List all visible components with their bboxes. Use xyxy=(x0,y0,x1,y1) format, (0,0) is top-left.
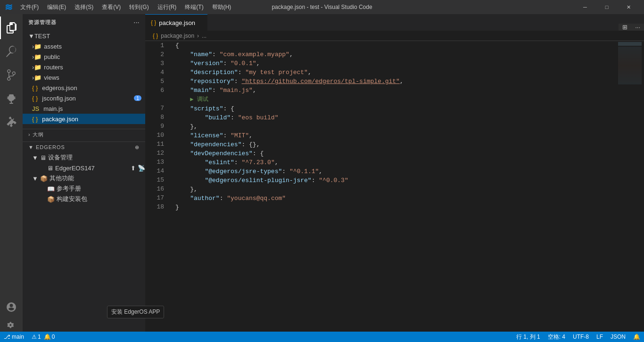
other-features-icon: 📦 xyxy=(40,175,48,182)
tree-item-edgeros-json[interactable]: { } edgeros.json xyxy=(23,83,145,93)
minimize-button[interactable]: ─ xyxy=(574,0,596,14)
code-editor[interactable]: { "name": "com.example.myapp", "version"… xyxy=(168,41,616,342)
tree-item-public[interactable]: › 📁 public xyxy=(23,51,145,62)
editor-area: { } package.json × ⊞ ··· { } package.jso… xyxy=(145,14,644,342)
indent-label: 空格: 4 xyxy=(548,333,565,341)
outline-section: › 大纲 xyxy=(23,129,145,140)
status-position[interactable]: 行 1, 列 1 xyxy=(512,332,544,342)
folder-icon: 📁 xyxy=(34,53,41,60)
reference-manual-label: 参考手册 xyxy=(57,184,81,193)
encoding-label: UTF-8 xyxy=(573,334,589,340)
connect-icon[interactable]: 📡 xyxy=(138,165,145,172)
status-indent[interactable]: 空格: 4 xyxy=(544,332,569,342)
chevron-down-icon: ▼ xyxy=(28,33,34,40)
editor-content: 1 2 3 4 5 6 7 8 9 10 11 12 13 14 15 16 1… xyxy=(145,41,644,342)
menu-file[interactable]: 文件(F) xyxy=(17,2,42,12)
device-icon: 🖥 xyxy=(47,165,53,172)
menu-run[interactable]: 运行(R) xyxy=(154,2,181,12)
close-button[interactable]: ✕ xyxy=(618,0,639,14)
tree-item-label: public xyxy=(44,53,60,60)
sidebar-title: 资源管理器 xyxy=(28,19,57,26)
edgeros147-item[interactable]: 🖥 EdgerEOS147 ⬆ 📡 xyxy=(23,163,145,173)
outline-label: 大纲 xyxy=(33,131,44,138)
tree-item-main-js[interactable]: JS main.js xyxy=(23,103,145,114)
title-bar-left: ≋ 文件(F) 编辑(E) 选择(S) 查看(V) 转到(G) 运行(R) 终端… xyxy=(5,1,235,13)
breadcrumb-item[interactable]: ... xyxy=(202,33,206,39)
menu-select[interactable]: 选择(S) xyxy=(71,2,97,12)
reference-manual-item[interactable]: 📖 参考手册 xyxy=(23,184,145,194)
tree-item-label: package.json xyxy=(42,116,78,123)
tree-item-label: assets xyxy=(44,43,62,50)
tree-item-label: edgeros.json xyxy=(42,84,77,92)
window-controls: ─ □ ✕ xyxy=(574,0,639,14)
status-errors[interactable]: ⚠ 1 🔔 0 xyxy=(28,332,58,342)
tree-item-views[interactable]: › 📁 views xyxy=(23,72,145,83)
tree-root[interactable]: ▼ TEST xyxy=(23,31,145,41)
tree-item-label: routers xyxy=(44,64,63,71)
tree-item-jsconfig-json[interactable]: { } jsconfig.json 1 xyxy=(23,93,145,103)
status-notification[interactable]: 🔔 xyxy=(629,332,644,342)
edgeros-panel: ▼ EDGEROS ⊕ ▼ 🖥 设备管理 🖥 EdgerEOS147 ⬆ 📡 ▼… xyxy=(23,142,145,204)
activity-source-control[interactable] xyxy=(0,64,23,86)
activity-search[interactable] xyxy=(0,40,23,63)
warning-icon: 🔔 xyxy=(44,334,51,340)
position-label: 行 1, 列 1 xyxy=(516,333,540,341)
edgeros-add-icon[interactable]: ⊕ xyxy=(135,144,140,150)
menu-edit[interactable]: 编辑(E) xyxy=(43,2,70,12)
more-actions-icon[interactable]: ··· xyxy=(631,24,644,31)
status-language[interactable]: JSON xyxy=(607,332,629,342)
editor-layout-icon[interactable]: ⊞ xyxy=(619,24,631,31)
upload-icon[interactable]: ⬆ xyxy=(131,165,136,172)
error-count: 1 xyxy=(38,334,41,340)
outline-header[interactable]: › 大纲 xyxy=(23,129,145,140)
status-encoding[interactable]: UTF-8 xyxy=(569,332,593,342)
sidebar-header: 资源管理器 ··· xyxy=(23,14,145,31)
menu-help[interactable]: 帮助(H) xyxy=(208,2,235,12)
device-management-section[interactable]: ▼ 🖥 设备管理 xyxy=(23,152,145,163)
error-badge: 1 xyxy=(134,95,141,101)
git-branch-icon: ⎇ xyxy=(4,334,10,340)
minimap xyxy=(616,41,644,342)
tooltip-text: 安装 EdgerOS APP xyxy=(111,309,160,315)
warning-count: 0 xyxy=(52,334,55,340)
status-bar: ⎇ main ⚠ 1 🔔 0 行 1, 列 1 空格: 4 UTF-8 LF J… xyxy=(0,332,644,342)
chevron-down-icon: ▼ xyxy=(32,175,38,182)
vscode-logo: ≋ xyxy=(5,1,13,13)
edgeros-label: EDGEROS xyxy=(36,144,65,150)
status-eol[interactable]: LF xyxy=(593,332,607,342)
maximize-button[interactable]: □ xyxy=(596,0,618,14)
tabs-bar: { } package.json × ⊞ ··· xyxy=(145,14,644,31)
other-features-section[interactable]: ▼ 📦 其他功能 xyxy=(23,173,145,184)
breadcrumb-separator: › xyxy=(197,33,199,39)
tab-label: package.json xyxy=(159,19,195,26)
activity-debug[interactable] xyxy=(0,87,23,110)
tree-item-routers[interactable]: › 📁 routers xyxy=(23,62,145,72)
root-folder-label: TEST xyxy=(34,33,50,40)
breadcrumb-file[interactable]: { } package.json xyxy=(151,33,194,39)
js-file-icon: JS xyxy=(32,105,39,112)
device-management-label: 设备管理 xyxy=(48,153,73,162)
line-numbers: 1 2 3 4 5 6 7 8 9 10 11 12 13 14 15 16 1… xyxy=(145,41,168,342)
tree-item-package-json[interactable]: { } package.json xyxy=(23,114,145,124)
menu-goto[interactable]: 转到(G) xyxy=(125,2,152,12)
status-left: ⎇ main ⚠ 1 🔔 0 xyxy=(0,332,58,342)
sidebar-more-icon[interactable]: ··· xyxy=(134,20,140,25)
menu-terminal[interactable]: 终端(T) xyxy=(181,2,207,12)
folder-icon: 📁 xyxy=(34,74,41,81)
activity-bar xyxy=(0,14,23,342)
tab-package-json[interactable]: { } package.json × xyxy=(145,14,207,31)
folder-icon: 📁 xyxy=(34,43,41,50)
sidebar: 资源管理器 ··· ▼ TEST › 📁 assets › 📁 public ›… xyxy=(23,14,145,342)
activity-explorer[interactable] xyxy=(0,17,23,39)
bell-icon: 🔔 xyxy=(633,334,640,340)
tree-item-label: jsconfig.json xyxy=(42,95,76,102)
build-package-item[interactable]: 📦 构建安装包 xyxy=(23,194,145,204)
menu-view[interactable]: 查看(V) xyxy=(98,2,124,12)
activity-extensions[interactable] xyxy=(0,111,23,133)
device-management-icon: 🖥 xyxy=(40,154,46,161)
json-file-icon: { } xyxy=(32,95,38,102)
tree-item-label: views xyxy=(44,74,59,81)
tree-item-assets[interactable]: › 📁 assets xyxy=(23,41,145,51)
edgeros-header[interactable]: ▼ EDGEROS ⊕ xyxy=(23,142,145,152)
status-git[interactable]: ⎇ main xyxy=(0,332,28,342)
